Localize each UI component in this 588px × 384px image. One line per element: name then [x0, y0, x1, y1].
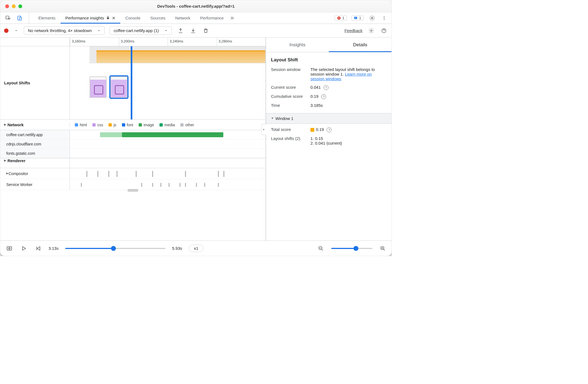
- legend-media: media: [159, 123, 175, 127]
- network-host-label: coffee-cart.netlify.app: [0, 130, 70, 139]
- settings-gear-icon[interactable]: [368, 14, 376, 22]
- selected-time-marker[interactable]: [131, 46, 132, 119]
- window-title: DevTools - coffee-cart.netlify.app/?ad=1: [0, 4, 392, 8]
- issue-count-badge[interactable]: 1: [351, 15, 364, 21]
- time-tick: 3,240ms: [168, 38, 217, 46]
- record-button[interactable]: [4, 28, 8, 33]
- time-ruler[interactable]: 3,160ms3,200ms3,240ms3,280ms: [0, 38, 266, 46]
- play-button[interactable]: [20, 245, 28, 252]
- network-track-header: ▶ Network htmlcssjsfontimagemediaother: [0, 120, 266, 130]
- panel-settings-gear-icon[interactable]: [367, 27, 375, 35]
- devtools-window: DevTools - coffee-cart.netlify.app/?ad=1…: [0, 0, 392, 256]
- network-host-label: cdnjs.cloudflare.com: [0, 139, 70, 148]
- session-window-label: Session window: [271, 67, 306, 72]
- screenshot-toggle-icon[interactable]: [5, 244, 13, 253]
- delete-icon[interactable]: [202, 27, 210, 35]
- device-toggle-icon[interactable]: [16, 14, 23, 22]
- collapse-sidebar-button[interactable]: [261, 124, 266, 135]
- time-tick: 3,280ms: [217, 38, 266, 46]
- renderer-rows: ▶ CompositorService Worker: [0, 168, 266, 190]
- renderer-sub-label: Service Worker: [0, 179, 70, 190]
- recording-dropdown[interactable]: coffee-cart.netlify.app (1): [110, 26, 172, 35]
- tab-network[interactable]: Network: [170, 12, 195, 24]
- window-section-header[interactable]: ▼ Window 1: [266, 113, 392, 124]
- cls-score-bar: [90, 46, 266, 63]
- network-host-label: fonts.gstatic.com: [0, 149, 70, 158]
- renderer-row[interactable]: Service Worker: [0, 179, 266, 190]
- network-label: Network: [7, 122, 24, 127]
- zoom-slider[interactable]: [331, 248, 372, 249]
- time-tick: 3,160ms: [70, 38, 119, 46]
- minimize-window-button[interactable]: [12, 4, 16, 8]
- svg-rect-2: [20, 17, 22, 20]
- time-label: Time: [271, 103, 306, 108]
- throttling-dropdown[interactable]: No network throttling, 4× slowdown: [24, 26, 105, 35]
- main-content: 3,160ms3,200ms3,240ms3,280ms Layout Shif…: [0, 38, 392, 240]
- maximize-window-button[interactable]: [18, 4, 22, 8]
- more-tabs-chevron-icon[interactable]: [229, 15, 236, 22]
- chevron-right-icon[interactable]: ▶: [4, 123, 6, 126]
- throttling-label: No network throttling, 4× slowdown: [28, 28, 92, 33]
- cumulative-score-value: 0.19: [310, 94, 318, 99]
- network-row[interactable]: cdnjs.cloudflare.com: [0, 139, 266, 149]
- speed-dropdown[interactable]: x1: [189, 245, 204, 252]
- network-row[interactable]: coffee-cart.netlify.app: [0, 130, 266, 139]
- svg-point-5: [371, 17, 373, 19]
- details-tabs: Insights Details: [266, 38, 392, 52]
- feedback-link[interactable]: Feedback: [344, 28, 362, 33]
- playhead-start: 3.13s: [48, 246, 59, 251]
- close-window-button[interactable]: [5, 4, 9, 8]
- help-icon[interactable]: ?: [321, 94, 326, 99]
- chevron-right-icon[interactable]: ▶: [6, 172, 8, 175]
- zoom-in-icon[interactable]: [379, 245, 387, 252]
- tab-elements[interactable]: Elements: [33, 12, 61, 24]
- inspect-element-icon[interactable]: [4, 14, 12, 22]
- record-dropdown-icon[interactable]: [13, 28, 19, 33]
- svg-point-7: [384, 18, 385, 18]
- tab-performance[interactable]: Performance: [195, 12, 229, 24]
- rewind-button[interactable]: [34, 245, 42, 252]
- upload-icon[interactable]: [177, 27, 184, 35]
- close-tab-icon[interactable]: ✕: [112, 16, 115, 20]
- tab-sources[interactable]: Sources: [145, 12, 170, 24]
- help-icon[interactable]: ?: [324, 85, 329, 90]
- error-count-badge[interactable]: 1: [335, 15, 347, 21]
- shift-entry[interactable]: 2. 0.041 (current): [310, 141, 387, 145]
- panel-tabstrip: ElementsPerformance insights✕ConsoleSour…: [0, 12, 392, 24]
- svg-point-6: [384, 16, 385, 17]
- chevron-right-icon[interactable]: ▶: [4, 159, 6, 162]
- network-row[interactable]: fonts.gstatic.com: [0, 149, 266, 158]
- svg-rect-4: [354, 17, 357, 19]
- tab-performance-insights[interactable]: Performance insights✕: [61, 12, 121, 24]
- legend-other: other: [180, 123, 194, 127]
- chevron-down-icon: ▼: [271, 117, 274, 120]
- zoom-out-icon[interactable]: [317, 245, 325, 252]
- details-panel: Insights Details Layout Shift Session wi…: [266, 38, 392, 240]
- shift-entry[interactable]: 1. 0.15: [310, 136, 387, 141]
- titlebar: DevTools - coffee-cart.netlify.app/?ad=1: [0, 0, 392, 12]
- time-value: 3.185s: [310, 103, 387, 108]
- tab-details[interactable]: Details: [329, 38, 392, 52]
- layout-shift-thumbnail-selected[interactable]: [110, 76, 127, 98]
- tab-console[interactable]: Console: [120, 12, 145, 24]
- help-icon[interactable]: [380, 27, 388, 35]
- network-rows: coffee-cart.netlify.appcdnjs.cloudflare.…: [0, 130, 266, 158]
- layout-shift-thumbnail[interactable]: [90, 76, 107, 98]
- legend-css: css: [92, 123, 103, 127]
- experiment-icon: [106, 16, 110, 20]
- current-score-value: 0.041: [310, 85, 321, 90]
- download-icon[interactable]: [189, 27, 197, 35]
- help-icon[interactable]: ?: [327, 127, 332, 132]
- time-tick: 3,200ms: [119, 38, 168, 46]
- cumulative-score-label: Cumulative score: [271, 94, 306, 99]
- layout-shifts-count-label: Layout shifts (2): [271, 136, 306, 141]
- playhead-slider[interactable]: [65, 248, 165, 249]
- renderer-row[interactable]: ▶ Compositor: [0, 168, 266, 179]
- timeline-panel: 3,160ms3,200ms3,240ms3,280ms Layout Shif…: [0, 38, 266, 240]
- legend-font: font: [122, 123, 133, 127]
- kebab-menu-icon[interactable]: [381, 14, 388, 22]
- total-score-label: Total score: [271, 127, 306, 132]
- legend-html: html: [75, 123, 87, 127]
- tab-insights[interactable]: Insights: [266, 38, 329, 52]
- error-count: 1: [342, 16, 344, 20]
